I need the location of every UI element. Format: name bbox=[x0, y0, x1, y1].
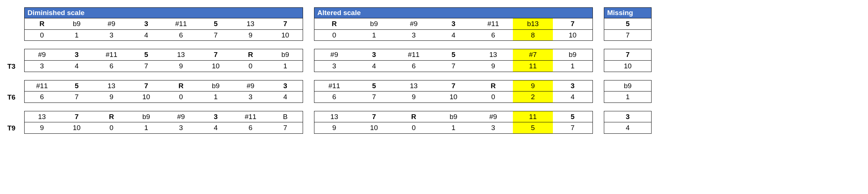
altered-block-cell: 7 bbox=[354, 111, 394, 122]
altered-block-cell: 4 bbox=[354, 60, 394, 72]
diminished-block-cell: 10 bbox=[129, 91, 164, 103]
transposition-label: T3 bbox=[7, 49, 24, 72]
diminished-block-cell: 7 bbox=[198, 29, 233, 41]
altered-block-cell: 7 bbox=[553, 122, 592, 133]
altered-block-cell: #9 bbox=[394, 18, 434, 29]
diminished-block-cell: 1 bbox=[59, 29, 94, 41]
diminished-block-cell: 7 bbox=[268, 18, 303, 29]
missing-block: b91 bbox=[604, 80, 652, 103]
missing-block-row: 10 bbox=[604, 60, 651, 72]
altered-block-row: 67910024 bbox=[314, 91, 592, 103]
diminished-block-cell: 7 bbox=[198, 49, 233, 60]
missing-block-row: 5 bbox=[604, 18, 651, 29]
diminished-block-cell: 10 bbox=[198, 60, 233, 72]
diminished-block-cell: 4 bbox=[129, 29, 164, 41]
missing-block-row: 7 bbox=[604, 49, 651, 60]
altered-block-cell: 6 bbox=[394, 60, 434, 72]
diminished-block-cell: b9 bbox=[129, 111, 164, 122]
altered-block-cell: 13 bbox=[314, 111, 354, 122]
diminished-block-cell: 3 bbox=[198, 111, 233, 122]
missing-block-row: 3 bbox=[604, 111, 651, 122]
altered-block-cell: 3 bbox=[394, 29, 434, 41]
altered-block: #115137R9367910024 bbox=[314, 80, 593, 103]
altered-block-cell: 1 bbox=[553, 60, 592, 72]
diminished-block-cell: #11 bbox=[233, 111, 268, 122]
altered-block: 137Rb9#911591001357 bbox=[314, 111, 593, 134]
altered-block-cell: 11 bbox=[513, 111, 552, 122]
diminished-block-cell: 6 bbox=[25, 91, 59, 103]
diminished-block-cell: 0 bbox=[25, 29, 59, 41]
diminished-block-cell: 9 bbox=[94, 91, 129, 103]
row-label-header bbox=[7, 7, 24, 18]
diminished-block-row: 137Rb9#93#11B bbox=[25, 111, 303, 122]
diminished-block-cell: 5 bbox=[129, 49, 164, 60]
missing-block-cell: 1 bbox=[604, 91, 651, 103]
altered-block-cell: b9 bbox=[434, 111, 473, 122]
diminished-block-cell: 13 bbox=[94, 80, 129, 91]
diminished-block-row: 013467910 bbox=[25, 29, 303, 41]
transposition-label: T9 bbox=[7, 111, 24, 134]
diminished-block-cell: #11 bbox=[94, 49, 129, 60]
missing-block: 710 bbox=[604, 49, 652, 72]
diminished-block: Rb9#93#115137013467910 bbox=[24, 18, 303, 41]
altered-block-cell: 10 bbox=[354, 122, 394, 133]
diminished-block-cell: #11 bbox=[164, 18, 198, 29]
header-missing: Missing bbox=[604, 7, 652, 18]
transposition-label bbox=[7, 18, 24, 41]
altered-block-cell: 0 bbox=[394, 122, 434, 133]
altered-block-row: 01346810 bbox=[314, 29, 592, 41]
diminished-block-cell: 10 bbox=[59, 122, 94, 133]
diminished-block-cell: 9 bbox=[25, 122, 59, 133]
diminished-block-cell: 3 bbox=[129, 18, 164, 29]
diminished-block-cell: 7 bbox=[59, 111, 94, 122]
altered-block-cell: 1 bbox=[434, 122, 473, 133]
diminished-block-row: #115137Rb9#93 bbox=[25, 80, 303, 91]
altered-block-cell: #11 bbox=[473, 18, 513, 29]
missing-block-row: b9 bbox=[604, 80, 651, 91]
missing-block-cell: 4 bbox=[604, 122, 651, 133]
missing-block-cell: 10 bbox=[604, 60, 651, 72]
header-altered: Altered scale bbox=[314, 7, 593, 18]
altered-block-cell: 7 bbox=[354, 91, 394, 103]
diminished-block-cell: 5 bbox=[198, 18, 233, 29]
diminished-block-cell: 0 bbox=[94, 122, 129, 133]
diminished-block-row: 346791001 bbox=[25, 60, 303, 72]
altered-block-cell: 7 bbox=[434, 80, 473, 91]
missing-block-row: 1 bbox=[604, 91, 651, 103]
altered-block-cell: b13 bbox=[513, 18, 552, 29]
diminished-block-cell: #9 bbox=[94, 18, 129, 29]
diminished-block-cell: b9 bbox=[59, 18, 94, 29]
diminished-block-cell: 1 bbox=[268, 60, 303, 72]
diminished-block-cell: 3 bbox=[59, 49, 94, 60]
altered-block-cell: #9 bbox=[473, 111, 513, 122]
altered-block-cell: b9 bbox=[553, 49, 592, 60]
diminished-block-cell: R bbox=[164, 80, 198, 91]
diminished-block-cell: R bbox=[233, 49, 268, 60]
altered-block-cell: 3 bbox=[553, 80, 592, 91]
diminished-block-cell: 1 bbox=[129, 122, 164, 133]
diminished-block-cell: 7 bbox=[129, 60, 164, 72]
altered-block-cell: 9 bbox=[394, 91, 434, 103]
altered-block-cell: 9 bbox=[314, 122, 354, 133]
altered-block-cell: 7 bbox=[553, 18, 592, 29]
altered-block-cell: 3 bbox=[434, 18, 473, 29]
diminished-block-row: 679100134 bbox=[25, 91, 303, 103]
altered-block: #93#11513#7b934679111 bbox=[314, 49, 593, 72]
transposition-label: T6 bbox=[7, 80, 24, 103]
diminished-block-cell: 3 bbox=[164, 122, 198, 133]
altered-block-cell: 7 bbox=[434, 60, 473, 72]
diminished-block-cell: R bbox=[94, 111, 129, 122]
altered-block-cell: 6 bbox=[473, 29, 513, 41]
diminished-block-cell: 4 bbox=[198, 122, 233, 133]
diminished-block-cell: 13 bbox=[233, 18, 268, 29]
altered-block-row: #93#11513#7b9 bbox=[314, 49, 592, 60]
diminished-block-cell: 6 bbox=[164, 29, 198, 41]
altered-block-row: 34679111 bbox=[314, 60, 592, 72]
altered-block-cell: #7 bbox=[513, 49, 552, 60]
diminished-block-cell: #9 bbox=[25, 49, 59, 60]
diminished-block-cell: 3 bbox=[233, 91, 268, 103]
altered-block-cell: R bbox=[314, 18, 354, 29]
altered-block-cell: 0 bbox=[314, 29, 354, 41]
diminished-block: #93#115137Rb9346791001 bbox=[24, 49, 303, 72]
altered-block-cell: 8 bbox=[513, 29, 552, 41]
